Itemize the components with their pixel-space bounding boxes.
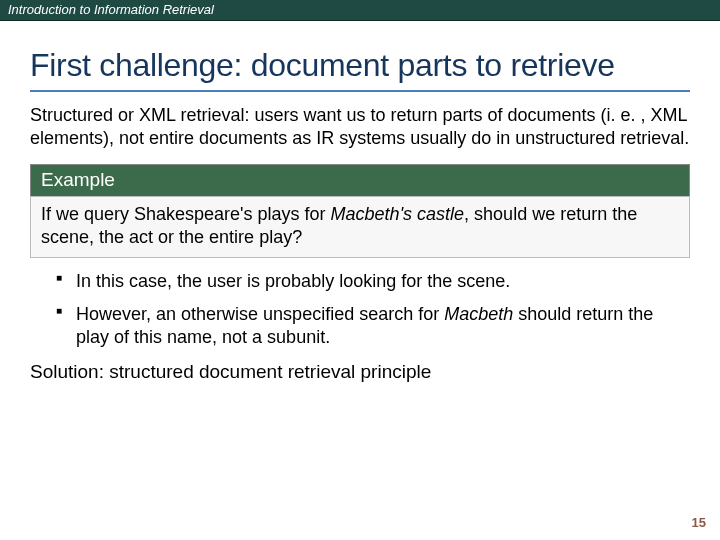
intro-paragraph: Structured or XML retrieval: users want …	[30, 104, 690, 150]
bullet-text-emph: Macbeth	[444, 304, 513, 324]
bullet-list: In this case, the user is probably looki…	[56, 270, 690, 349]
bullet-text-pre: However, an otherwise unspecified search…	[76, 304, 444, 324]
example-body: If we query Shakespeare's plays for Macb…	[30, 196, 690, 258]
title-underline	[30, 90, 690, 92]
list-item: In this case, the user is probably looki…	[56, 270, 690, 293]
solution-line: Solution: structured document retrieval …	[30, 361, 690, 383]
list-item: However, an otherwise unspecified search…	[56, 303, 690, 349]
header-bar: Introduction to Information Retrieval	[0, 0, 720, 21]
example-heading: Example	[30, 164, 690, 196]
example-text-pre: If we query Shakespeare's plays for	[41, 204, 331, 224]
page-number: 15	[692, 515, 706, 530]
example-text-emph: Macbeth's castle	[331, 204, 465, 224]
slide-content: First challenge: document parts to retri…	[0, 47, 720, 383]
example-box: Example If we query Shakespeare's plays …	[30, 164, 690, 258]
bullet-text: In this case, the user is probably looki…	[76, 271, 510, 291]
slide-title: First challenge: document parts to retri…	[30, 47, 690, 84]
header-text: Introduction to Information Retrieval	[8, 2, 214, 17]
